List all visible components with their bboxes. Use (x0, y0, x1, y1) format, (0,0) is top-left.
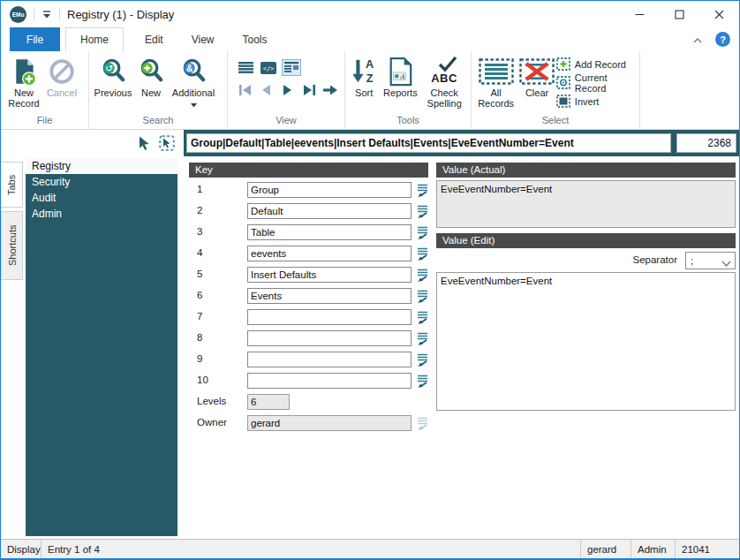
view-list-button[interactable] (236, 59, 255, 76)
app-window: EMu Registry (1) - Display File Home Edi… (0, 0, 740, 560)
last-record-icon[interactable] (299, 82, 318, 98)
key-input-10[interactable] (247, 373, 412, 389)
clear-selection-button[interactable]: Clear (517, 53, 556, 98)
ribbon-group-tools: AZ Sort Reports ABC Check Spelling (345, 51, 472, 129)
separator-value: ; (691, 255, 693, 266)
all-records-button[interactable]: All Records (474, 53, 517, 109)
view-details-button[interactable] (282, 59, 301, 76)
separator-row: Separator ; (436, 252, 736, 269)
lookup-icon[interactable] (416, 183, 429, 198)
add-record-button[interactable]: Add Record (556, 57, 637, 72)
maximize-button[interactable] (660, 1, 699, 27)
key-row-number: 10 (197, 375, 208, 385)
lookup-icon[interactable] (416, 225, 429, 240)
sidebar-tab-shortcuts[interactable]: Shortcuts (1, 211, 23, 280)
quick-access-dropdown-icon[interactable] (42, 10, 52, 19)
search-additional-button[interactable]: & Additional (168, 53, 219, 110)
lookup-icon[interactable] (416, 331, 429, 346)
search-previous-icon: ↺ (99, 55, 128, 87)
minimize-button[interactable] (620, 1, 660, 27)
search-new-icon (137, 55, 166, 87)
key-input-3[interactable] (247, 224, 412, 240)
key-row: 8 (189, 330, 432, 348)
body: Tabs Shortcuts Registry Security Audit A… (1, 156, 739, 539)
key-input-4[interactable] (247, 246, 412, 261)
group-label-view: View (228, 115, 344, 129)
nav-item-security[interactable]: Security (26, 174, 177, 190)
add-record-label: Add Record (575, 59, 626, 70)
key-input-9[interactable] (247, 352, 412, 367)
cancel-label: Cancel (47, 87, 77, 98)
check-spelling-button[interactable]: ABC Check Spelling (420, 53, 468, 109)
new-record-label: New Record (4, 87, 44, 109)
selection-tools (1, 130, 184, 156)
titlebar: EMu Registry (1) - Display (1, 1, 739, 27)
sort-button[interactable]: AZ Sort (348, 53, 380, 98)
current-record-label: Current Record (575, 72, 637, 94)
key-row-number: 2 (197, 205, 202, 216)
key-row: 5 (189, 267, 432, 284)
levels-label: Levels (197, 396, 226, 406)
reports-button[interactable]: Reports (380, 53, 420, 98)
registry-path-value[interactable]: Group|Default|Table|eevents|Insert Defau… (186, 133, 671, 153)
reports-label: Reports (383, 87, 418, 98)
key-input-2[interactable] (247, 203, 412, 219)
close-button[interactable] (699, 1, 739, 27)
key-row-number: 9 (197, 353, 202, 364)
lookup-icon[interactable] (416, 289, 429, 304)
lookup-icon[interactable] (416, 374, 429, 389)
nav-item-registry[interactable]: Registry (26, 158, 177, 174)
invert-selection-button[interactable]: Invert (556, 95, 637, 109)
nav-item-admin[interactable]: Admin (26, 206, 177, 222)
cancel-button[interactable]: Cancel (44, 53, 79, 98)
tab-tools[interactable]: Tools (229, 27, 282, 51)
clear-selection-icon (519, 55, 555, 87)
all-records-label: All Records (474, 87, 517, 109)
key-input-6[interactable] (247, 288, 412, 304)
new-record-icon (10, 55, 39, 87)
collapse-ribbon-icon[interactable] (692, 32, 703, 48)
key-input-8[interactable] (247, 330, 412, 346)
current-record-button[interactable]: Current Record (556, 76, 637, 90)
help-icon[interactable]: ? (715, 32, 730, 47)
separator-select[interactable]: ; (685, 252, 736, 269)
lookup-icon-disabled (416, 416, 429, 431)
titlebar-separator (59, 8, 60, 20)
key-row-number: 7 (197, 311, 202, 322)
tab-file[interactable]: File (10, 27, 60, 51)
value-edit-field[interactable]: EveEventNumber=Event (436, 272, 736, 411)
lookup-icon[interactable] (416, 268, 429, 283)
key-input-5[interactable] (247, 267, 412, 283)
new-record-button[interactable]: New Record (4, 53, 44, 109)
status-number: 21041 (676, 540, 739, 558)
nav-item-audit[interactable]: Audit (26, 190, 177, 206)
cursor-arrow-icon[interactable] (136, 134, 152, 152)
key-row: 7 (189, 309, 432, 327)
search-previous-button[interactable]: ↺ Previous (92, 53, 134, 98)
key-input-7[interactable] (247, 309, 412, 325)
lookup-icon[interactable] (416, 352, 429, 367)
tab-home[interactable]: Home (65, 27, 124, 51)
svg-text:A: A (366, 58, 374, 71)
sidebar-tab-tabs[interactable]: Tabs (1, 162, 23, 208)
first-record-icon[interactable] (236, 82, 254, 98)
marquee-select-icon[interactable] (158, 134, 176, 152)
previous-record-icon[interactable] (257, 82, 276, 98)
clear-selection-label: Clear (525, 87, 548, 98)
tab-edit[interactable]: Edit (131, 27, 177, 51)
lookup-icon[interactable] (416, 310, 429, 325)
ribbon-group-file: New Record Cancel File (1, 51, 89, 129)
search-new-button[interactable]: New (134, 53, 168, 98)
status-bar: Display Entry 1 of 4 gerard Admin 21041 (1, 539, 739, 558)
separator-label: Separator (632, 254, 677, 265)
app-logo[interactable]: EMu (10, 6, 26, 23)
view-code-button[interactable]: </> (259, 59, 278, 76)
goto-record-icon[interactable] (321, 82, 339, 98)
key-input-1[interactable] (247, 182, 412, 198)
sidebar-tabstrip: Tabs Shortcuts (1, 162, 23, 280)
lookup-icon[interactable] (416, 204, 429, 219)
tab-view[interactable]: View (177, 27, 229, 51)
next-record-icon[interactable] (278, 82, 297, 98)
lookup-icon[interactable] (416, 246, 429, 261)
key-row: 3 (189, 224, 432, 242)
